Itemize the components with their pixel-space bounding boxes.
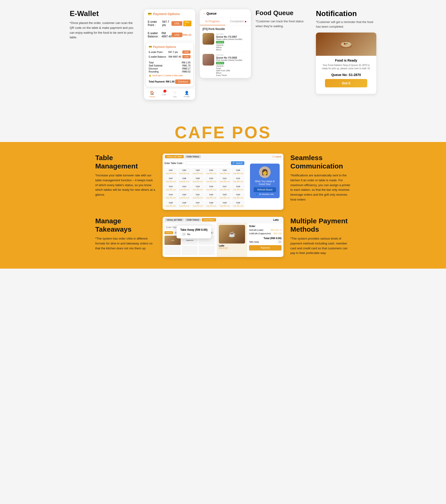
pos-tab-order-history[interactable]: Order History xyxy=(185,155,201,158)
pos-tab2-order-history[interactable]: Order History xyxy=(185,218,201,221)
seamless-communication-heading: SeamlessCommunication xyxy=(290,154,351,170)
table-cell[interactable]: C120----Total RM 0.00 xyxy=(178,193,191,200)
members-icon: 👥 xyxy=(256,193,259,196)
tab-in-progress[interactable]: In Progress xyxy=(200,18,225,25)
table-cell[interactable]: C111----Total RM 0.00 xyxy=(218,176,231,183)
logout-label[interactable]: ⬡ Logout xyxy=(272,155,281,158)
table-cell[interactable]: C104----Total RM 0.00 xyxy=(205,168,217,175)
table-cell[interactable]: C117----Total RM 0.00 xyxy=(218,184,231,192)
order-total: Total (RM 0.00) xyxy=(249,237,282,240)
table-cell[interactable]: C102----Total RM 0.00 xyxy=(178,168,191,175)
latte-preview-panel: ☕ Latte RM 8.00 xyxy=(217,223,247,257)
table-cell[interactable]: C119----Total RM 0.00 xyxy=(164,193,177,200)
takeaway-toggle-switch[interactable] xyxy=(276,240,282,243)
give-it-badge: Give It xyxy=(183,21,191,26)
food-image-2 xyxy=(203,54,214,66)
menu-item-5[interactable] xyxy=(182,246,198,255)
table-cell[interactable]: C101----Total RM 0.00 xyxy=(164,168,177,175)
menu-item-4[interactable] xyxy=(164,246,181,255)
pos-grid-top: TableManagement *Increase your table tur… xyxy=(95,154,351,210)
inner-ewallet-use-btn[interactable]: USE xyxy=(182,55,191,58)
bottom-section xyxy=(0,269,446,287)
nav-profile[interactable]: 👤 Profile xyxy=(184,91,190,98)
search-label: Enter Table Code : xyxy=(164,162,184,164)
pos-tab2-food-menu[interactable]: Food Menu xyxy=(202,218,216,221)
table-cell[interactable]: C122----Total RM 0.00 xyxy=(205,193,217,200)
modal-toggle[interactable] xyxy=(180,233,186,236)
table-cell[interactable]: C115----Total RM 0.00 xyxy=(191,184,204,192)
cat-hot[interactable]: HotCaf xyxy=(164,231,173,234)
nav-home[interactable]: 🏠 Home xyxy=(149,91,155,98)
table-cell[interactable]: C123----Total RM 0.00 xyxy=(218,193,231,200)
total-payment-label: Total Payment: RM 1.55 xyxy=(149,80,175,83)
nav-fav[interactable]: ♡ Fav xyxy=(173,91,177,98)
pos-tab2-venue[interactable]: Venue_&d Table xyxy=(165,218,184,221)
search-button[interactable]: 🔍 Search xyxy=(231,161,244,165)
ewallet-heading: E-Wallet xyxy=(70,9,135,18)
pos-tab-venue[interactable]: Venue_&d Table xyxy=(165,155,184,158)
eorder-use-button[interactable]: USE xyxy=(171,21,182,26)
multiple-payment-col: Multiple PaymentMethods *The system prov… xyxy=(290,217,351,256)
table-cell[interactable]: C130----Total RM 0.00 xyxy=(232,201,244,208)
profile-icon: 👤 xyxy=(184,91,189,95)
inner-rounding-row: Rounding -RM0.02 xyxy=(149,71,191,73)
ewallet-use-button[interactable]: USE xyxy=(172,33,183,37)
food-ready-label: Food is Ready xyxy=(320,58,373,62)
menu-items-grid: Latte Cappuccino xyxy=(164,236,215,255)
table-cell[interactable]: C109----Total RM 0.00 xyxy=(191,176,204,183)
table-cell[interactable]: C114----Total RM 0.00 xyxy=(178,184,191,192)
table-cell[interactable]: C116----Total RM 0.00 xyxy=(205,184,217,192)
table-cell[interactable]: C110----Total RM 0.00 xyxy=(205,176,217,183)
menu-item-6[interactable] xyxy=(199,246,215,255)
inner-card-title: 💳 Payment Options xyxy=(149,45,191,49)
search-row: Enter Table Code : 🔍 Search xyxy=(163,160,246,166)
variant-v2: Bihun xyxy=(216,49,242,51)
payment-button[interactable]: Payment xyxy=(249,245,282,251)
food-bowl-icon xyxy=(339,37,353,51)
table-management-col: TableManagement *Increase your table tur… xyxy=(95,154,156,197)
ewallet-value: RM 4897.40 xyxy=(161,32,171,38)
payment-phone-header: 💳 Payment Options xyxy=(144,9,195,18)
table-cell[interactable]: C126----Total RM 0.00 xyxy=(178,201,191,208)
pos-screenshot2-area: Venue_&d Table Order History Food Menu L… xyxy=(163,217,283,257)
bottom-nav: 🏠 Home 🛒 3 Cart ♡ Fav 👤 Profile xyxy=(144,89,195,100)
cart-badge: 3 xyxy=(163,90,166,92)
table-cell[interactable]: C125----Total RM 0.00 xyxy=(164,201,177,208)
svg-point-4 xyxy=(346,43,348,44)
table-cell[interactable]: C112----Total RM 0.00 xyxy=(232,176,244,183)
nav-cart[interactable]: 🛒 3 Cart xyxy=(162,91,166,98)
table-cell[interactable]: C113----Total RM 0.00 xyxy=(164,184,177,192)
table-cell[interactable]: C121----Total RM 0.00 xyxy=(191,193,204,200)
queue-tabs: In Progress Completed xyxy=(200,18,251,26)
table-cell[interactable]: C118----Total RM 0.00 xyxy=(232,184,244,192)
checkout-row: Total Payment: RM 1.55 Checkout xyxy=(149,79,191,84)
table-cell[interactable]: C105----Total RM 0.00 xyxy=(218,168,231,175)
table-cell[interactable]: C127----Total RM 0.00 xyxy=(191,201,204,208)
back-arrow-icon[interactable]: ‹ xyxy=(203,12,205,15)
greeting-text: Wish You Have A Good Day! xyxy=(253,180,277,185)
seamless-communication-col: SeamlessCommunication *Notifications are… xyxy=(290,154,351,202)
latte-price: RM 8.00 xyxy=(219,247,245,250)
screenshot2-header: Venue_&d Table Order History Food Menu L… xyxy=(163,217,283,223)
person-panel: 👩 Wish You Have A Good Day! Refresh Boar… xyxy=(250,163,280,198)
tab-completed[interactable]: Completed xyxy=(225,18,251,25)
table-cell[interactable]: C106----Total RM 0.00 xyxy=(232,168,244,175)
variant2-v3: Bihun xyxy=(216,72,242,74)
pos-screenshots: Venue_&d Table Order History ⬡ Logout En… xyxy=(163,154,283,210)
got-it-button[interactable]: Got it xyxy=(325,79,367,87)
table-cell[interactable]: C129----Total RM 0.00 xyxy=(218,201,231,208)
order-item-2: ColdCafe (Cappuccino) RM 1.00 xyxy=(249,232,282,235)
table-cell[interactable]: C103----Total RM 0.00 xyxy=(191,168,204,175)
table-cell[interactable]: C128----Total RM 0.00 xyxy=(205,201,217,208)
payment-phone-card: 💳 Payment Options E-order Point : 597.7 … xyxy=(144,9,195,100)
refresh-board-button[interactable]: Refresh Board xyxy=(254,187,276,192)
checkout-button[interactable]: Checkout xyxy=(175,79,191,84)
table-cell[interactable]: C108----Total RM 0.00 xyxy=(178,176,191,183)
eorder-label: E-order Point : xyxy=(148,20,162,27)
inner-use-btn[interactable]: USE xyxy=(182,50,191,54)
table-code-input[interactable] xyxy=(185,161,230,165)
food-queue-heading: Food Queue xyxy=(255,9,307,17)
table-cell[interactable]: C107----Total RM 0.00 xyxy=(164,176,177,183)
ewallet-label: E-wallet Balance : xyxy=(148,32,161,38)
table-cell[interactable]: C124----Total RM 0.00 xyxy=(232,193,244,200)
